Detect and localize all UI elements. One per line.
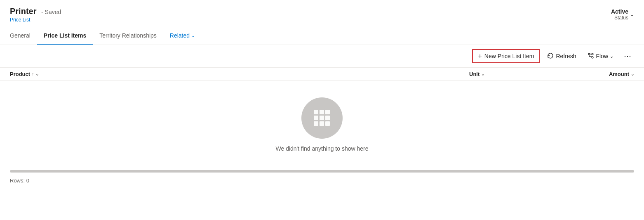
col-amount-dropdown-icon: ⌄: [631, 72, 634, 76]
status-chevron-icon: ⌄: [630, 12, 634, 17]
svg-rect-12: [314, 121, 318, 126]
col-amount-label: Amount: [609, 71, 629, 77]
flow-button[interactable]: Flow ⌄: [583, 50, 618, 63]
svg-point-0: [588, 53, 590, 55]
col-amount-header[interactable]: Amount ⌄: [552, 71, 634, 77]
related-chevron-icon: ⌄: [191, 33, 195, 38]
col-unit-label: Unit: [469, 71, 479, 77]
col-unit-header[interactable]: Unit ⌄: [469, 71, 552, 77]
empty-state: We didn't find anything to show here: [0, 81, 644, 168]
svg-rect-10: [320, 116, 324, 120]
svg-rect-8: [325, 110, 330, 114]
col-product-dropdown-icon: ⌄: [35, 72, 39, 76]
more-options-button[interactable]: ⋯: [621, 50, 634, 63]
svg-point-2: [592, 53, 593, 55]
record-title: Printer - Saved: [10, 7, 61, 16]
refresh-label: Refresh: [556, 53, 576, 59]
saved-label: - Saved: [41, 9, 61, 15]
plus-icon: +: [478, 52, 482, 60]
new-price-list-item-button[interactable]: + New Price List Item: [472, 49, 540, 63]
refresh-button[interactable]: Refresh: [543, 50, 580, 63]
record-type: Price List: [10, 17, 61, 23]
tab-general[interactable]: General: [10, 27, 37, 45]
empty-state-message: We didn't find anything to show here: [276, 145, 369, 152]
active-status-button[interactable]: Active Status ⌄: [611, 8, 634, 21]
svg-point-1: [592, 57, 593, 58]
record-name: Printer: [10, 7, 36, 16]
empty-state-icon: [301, 97, 343, 139]
flow-chevron-icon: ⌄: [610, 54, 613, 59]
svg-rect-9: [314, 116, 318, 120]
sort-ascending-icon: ↑: [32, 72, 34, 76]
toolbar: + New Price List Item Refresh Flow ⌄ ⋯: [0, 45, 644, 68]
more-options-icon: ⋯: [624, 52, 631, 61]
tab-related-label: Related: [170, 32, 190, 39]
svg-rect-6: [314, 110, 318, 114]
page-header: Printer - Saved Price List Active Status…: [0, 0, 644, 27]
footer: Rows: 0: [0, 174, 644, 187]
rows-count: Rows: 0: [10, 177, 29, 184]
refresh-icon: [547, 52, 554, 60]
horizontal-scrollbar[interactable]: [10, 170, 634, 173]
svg-rect-14: [325, 121, 330, 126]
tab-price-list-items[interactable]: Price List Items: [37, 27, 93, 45]
svg-rect-7: [320, 110, 324, 114]
status-sub: Status: [611, 15, 628, 21]
svg-rect-11: [325, 116, 330, 120]
tab-territory-relationships[interactable]: Territory Relationships: [93, 27, 163, 45]
svg-rect-13: [320, 121, 324, 126]
col-product-header[interactable]: Product ↑ ⌄: [10, 71, 469, 77]
status-text: Active: [611, 8, 628, 15]
col-unit-dropdown-icon: ⌄: [481, 72, 484, 76]
new-price-list-item-label: New Price List Item: [484, 53, 534, 59]
flow-icon: [588, 52, 594, 60]
scroll-area[interactable]: [0, 168, 644, 174]
col-product-label: Product: [10, 71, 30, 77]
status-label-group: Active Status: [611, 8, 628, 21]
nav-tabs: General Price List Items Territory Relat…: [0, 27, 644, 45]
table-header: Product ↑ ⌄ Unit ⌄ Amount ⌄: [0, 68, 644, 81]
tab-related[interactable]: Related ⌄: [163, 27, 202, 45]
header-right: Active Status ⌄: [611, 7, 634, 21]
flow-label: Flow: [596, 53, 608, 59]
record-info: Printer - Saved Price List: [10, 7, 61, 23]
